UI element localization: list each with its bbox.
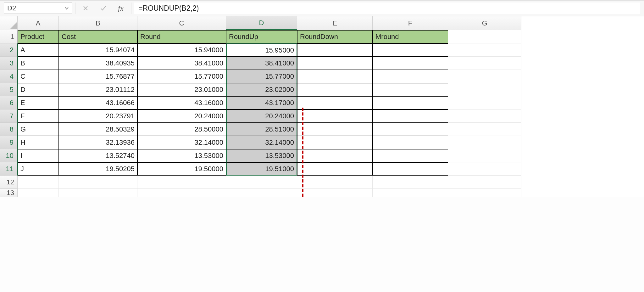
cell-G12[interactable] <box>448 176 521 189</box>
cell-A9[interactable]: H <box>18 136 59 149</box>
cell-D9[interactable]: 32.14000 <box>226 136 297 149</box>
cell-C8[interactable]: 28.50000 <box>137 123 226 136</box>
cell-C12[interactable] <box>137 176 226 189</box>
row-header-8[interactable]: 8 <box>0 123 18 136</box>
cell-F9[interactable] <box>373 136 448 149</box>
cell-F4[interactable] <box>373 70 448 83</box>
insert-function-button[interactable]: fx <box>113 3 128 14</box>
cell-D8[interactable]: 28.51000 <box>226 123 297 136</box>
cell-F2[interactable] <box>373 43 448 57</box>
cell-G6[interactable] <box>448 96 521 110</box>
cell-C11[interactable]: 19.50000 <box>137 162 226 176</box>
cell-A5[interactable]: D <box>18 83 59 96</box>
cell-C10[interactable]: 13.53000 <box>137 149 226 162</box>
name-box[interactable]: D2 <box>4 3 72 14</box>
cell-G13[interactable] <box>448 189 521 197</box>
cancel-button[interactable] <box>78 3 93 14</box>
cell-A6[interactable]: E <box>18 96 59 110</box>
cell-B10[interactable]: 13.52740 <box>59 149 137 162</box>
column-header-E[interactable]: E <box>297 16 373 30</box>
cell-E2[interactable] <box>297 43 373 57</box>
cell-C3[interactable]: 38.41000 <box>137 57 226 70</box>
cell-A8[interactable]: G <box>18 123 59 136</box>
cell-A11[interactable]: J <box>18 162 59 176</box>
cell-D6[interactable]: 43.17000 <box>226 96 297 110</box>
column-header-C[interactable]: C <box>137 16 226 30</box>
cell-E11[interactable] <box>297 162 373 176</box>
cell-F8[interactable] <box>373 123 448 136</box>
column-header-B[interactable]: B <box>59 16 137 30</box>
row-header-12[interactable]: 12 <box>0 176 18 189</box>
cell-E10[interactable] <box>297 149 373 162</box>
cell-G5[interactable] <box>448 83 521 96</box>
cell-E12[interactable] <box>297 176 373 189</box>
cell-G4[interactable] <box>448 70 521 83</box>
cell-F10[interactable] <box>373 149 448 162</box>
cell-D3[interactable]: 38.41000 <box>226 57 297 70</box>
cell-D4[interactable]: 15.77000 <box>226 70 297 83</box>
chevron-down-icon[interactable] <box>64 6 69 10</box>
cell-B13[interactable] <box>59 189 137 197</box>
enter-button[interactable] <box>96 3 111 14</box>
row-header-1[interactable]: 1 <box>0 30 18 43</box>
cell-A13[interactable] <box>18 189 59 197</box>
cell-C13[interactable] <box>137 189 226 197</box>
cell-A1[interactable]: Product <box>18 30 59 43</box>
cell-F6[interactable] <box>373 96 448 110</box>
cell-G8[interactable] <box>448 123 521 136</box>
cell-A10[interactable]: I <box>18 149 59 162</box>
row-header-6[interactable]: 6 <box>0 96 18 110</box>
row-header-9[interactable]: 9 <box>0 136 18 149</box>
row-header-2[interactable]: 2 <box>0 43 18 57</box>
cell-E3[interactable] <box>297 57 373 70</box>
cell-C2[interactable]: 15.94000 <box>137 43 226 57</box>
cell-G3[interactable] <box>448 57 521 70</box>
cell-G10[interactable] <box>448 149 521 162</box>
cell-E13[interactable] <box>297 189 373 197</box>
cell-D12[interactable] <box>226 176 297 189</box>
cell-A4[interactable]: C <box>18 70 59 83</box>
cell-F7[interactable] <box>373 110 448 123</box>
cell-F13[interactable] <box>373 189 448 197</box>
cell-A2[interactable]: A <box>18 43 59 57</box>
cell-B6[interactable]: 43.16066 <box>59 96 137 110</box>
cell-F1[interactable]: Mround <box>373 30 448 43</box>
cell-C6[interactable]: 43.16000 <box>137 96 226 110</box>
row-header-10[interactable]: 10 <box>0 149 18 162</box>
cell-B9[interactable]: 32.13936 <box>59 136 137 149</box>
cell-B11[interactable]: 19.50205 <box>59 162 137 176</box>
cell-C1[interactable]: Round <box>137 30 226 43</box>
cell-E5[interactable] <box>297 83 373 96</box>
cell-E1[interactable]: RoundDown <box>297 30 373 43</box>
cell-B7[interactable]: 20.23791 <box>59 110 137 123</box>
cell-D11[interactable]: 19.51000 <box>226 162 297 176</box>
column-header-D[interactable]: D <box>226 16 297 30</box>
cell-A7[interactable]: F <box>18 110 59 123</box>
cell-B3[interactable]: 38.40935 <box>59 57 137 70</box>
cell-F12[interactable] <box>373 176 448 189</box>
cell-D5[interactable]: 23.02000 <box>226 83 297 96</box>
select-all-corner[interactable] <box>0 16 18 30</box>
cell-G1[interactable] <box>448 30 521 43</box>
row-header-5[interactable]: 5 <box>0 83 18 96</box>
cell-C9[interactable]: 32.14000 <box>137 136 226 149</box>
cell-D2[interactable]: 15.95000 <box>226 43 297 57</box>
cell-C7[interactable]: 20.24000 <box>137 110 226 123</box>
cell-F11[interactable] <box>373 162 448 176</box>
cell-E8[interactable] <box>297 123 373 136</box>
row-header-13[interactable]: 13 <box>0 189 18 197</box>
cell-D7[interactable]: 20.24000 <box>226 110 297 123</box>
row-header-3[interactable]: 3 <box>0 57 18 70</box>
cell-B2[interactable]: 15.94074 <box>59 43 137 57</box>
cell-B12[interactable] <box>59 176 137 189</box>
cell-C5[interactable]: 23.01000 <box>137 83 226 96</box>
cell-E9[interactable] <box>297 136 373 149</box>
row-header-4[interactable]: 4 <box>0 70 18 83</box>
cell-G11[interactable] <box>448 162 521 176</box>
cell-F3[interactable] <box>373 57 448 70</box>
cell-D10[interactable]: 13.53000 <box>226 149 297 162</box>
cell-E6[interactable] <box>297 96 373 110</box>
row-header-7[interactable]: 7 <box>0 110 18 123</box>
cell-B1[interactable]: Cost <box>59 30 137 43</box>
row-header-11[interactable]: 11 <box>0 162 18 176</box>
